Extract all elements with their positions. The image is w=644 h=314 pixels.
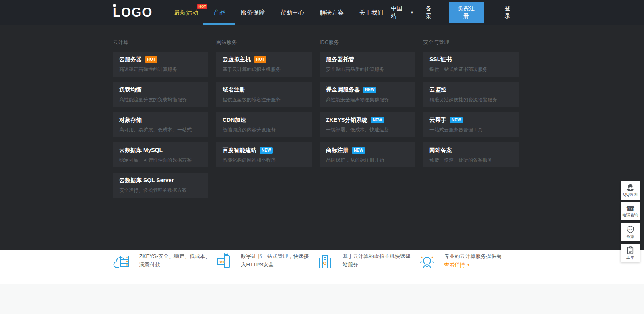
main-nav: 最新活动 HOT 产品 服务保障 帮助中心 解决方案 关于我们 xyxy=(166,0,391,25)
region-selector[interactable]: 中国站 ▼ xyxy=(391,5,414,20)
nav-item-about-us[interactable]: 关于我们 xyxy=(351,0,391,25)
menu-item-badge: HOT xyxy=(254,56,266,63)
feature-zkeys: ZKEYS-安全、稳定、低成本、满意付款 xyxy=(113,252,215,270)
menu-item-desc: 基于云计算的虚拟主机服务 xyxy=(223,66,305,73)
menu-item-title: 对象存储 xyxy=(119,116,142,124)
menu-column-items: 云服务器 HOT 高速稳定高弹性的计算服务 负载均衡 高性能流量分发的负载均衡服… xyxy=(113,52,208,198)
menu-item-badge: HOT xyxy=(145,56,157,63)
svg-text:SSL: SSL xyxy=(219,260,226,264)
menu-item-card[interactable]: 服务器托管 安全贴心高品质的托管服务 xyxy=(320,52,415,77)
region-label: 中国站 xyxy=(391,5,407,20)
feature-provider: 专业的云计算服务提供商 查看详情 > xyxy=(418,252,520,270)
menu-item-card[interactable]: 云虚拟主机 HOT 基于云计算的虚拟主机服务 xyxy=(216,52,312,77)
beian-link[interactable]: 备案 xyxy=(426,5,437,20)
nav-item-latest-activity[interactable]: 最新活动 HOT xyxy=(166,0,206,25)
menu-item-title: 域名注册 xyxy=(223,86,245,94)
menu-item-desc: 高性能安全隔离物理集群服务 xyxy=(326,96,409,103)
nav-item-help-center[interactable]: 帮助中心 xyxy=(272,0,312,25)
navbar-right: 中国站 ▼ 备案 免费注册 登录 xyxy=(391,2,519,23)
menu-column-header: 安全与管理 xyxy=(423,39,519,46)
nav-item-label: 最新活动 xyxy=(174,9,198,17)
site-builder-icon xyxy=(316,253,334,270)
menu-item-card[interactable]: 对象存储 高可用、易扩展、低成本、一站式 xyxy=(113,112,208,137)
menu-column-items: 服务器托管 安全贴心高品质的托管服务 裸金属服务器 NEW 高性能安全隔离物理集… xyxy=(320,52,415,167)
menu-column: 安全与管理 SSL证书 提供一站式的证书部署服务 云监控 精准灵活超便捷的资源预… xyxy=(423,39,519,203)
menu-item-badge: NEW xyxy=(363,87,376,93)
feature-text: 基于云计算的虚拟主机快速建站服务 xyxy=(343,252,414,269)
float-button-label: 电话咨询 xyxy=(622,212,638,218)
menu-item-title: 云监控 xyxy=(429,86,446,94)
menu-item-card[interactable]: 云数据库 SQL Server 安全运行、轻松管理的数据方案 xyxy=(113,173,208,198)
work-order-button[interactable]: 工单 xyxy=(621,244,640,262)
menu-column-items: SSL证书 提供一站式的证书部署服务 云监控 精准灵活超便捷的资源预警服务 云帮… xyxy=(423,52,519,167)
cloud-server-icon xyxy=(113,253,131,270)
menu-item-title: 网站备案 xyxy=(429,147,452,154)
menu-item-card[interactable]: 云监控 精准灵活超便捷的资源预警服务 xyxy=(423,82,519,107)
menu-column-items: 云虚拟主机 HOT 基于云计算的虚拟主机服务 域名注册 提供五星级的域名注册服务… xyxy=(216,52,312,167)
nav-item-label: 帮助中心 xyxy=(280,9,304,17)
float-button-label: 工单 xyxy=(626,255,634,260)
menu-item-card[interactable]: 网站备案 免费、快速、便捷的备案服务 xyxy=(423,142,519,167)
menu-item-title: 云服务器 xyxy=(119,56,142,63)
menu-item-card[interactable]: 负载均衡 高性能流量分发的负载均衡服务 xyxy=(113,82,208,107)
menu-item-badge: NEW xyxy=(371,117,384,123)
qq-icon xyxy=(626,183,634,191)
menu-item-desc: 智能化构建网站和小程序 xyxy=(223,157,305,164)
nav-item-label: 关于我们 xyxy=(359,9,383,17)
menu-item-title: 负载均衡 xyxy=(119,86,142,94)
nav-item-products[interactable]: 产品 xyxy=(206,0,233,25)
feature-ssl: SSL 数字证书一站式管理，快速接入HTTPS安全 xyxy=(215,252,316,270)
menu-item-desc: 高可用、易扩展、低成本、一站式 xyxy=(119,127,202,133)
menu-item-desc: 安全运行、轻松管理的数据方案 xyxy=(119,187,202,194)
menu-item-badge: NEW xyxy=(450,117,463,123)
menu-item-desc: 稳定可靠、可弹性伸缩的数据方案 xyxy=(119,157,202,164)
page: LOGO 最新活动 HOT 产品 服务保障 帮助中心 解决方案 关于我们 中国站… xyxy=(0,0,644,314)
menu-item-card[interactable]: CDN加速 智能调度的内容分发服务 xyxy=(216,112,312,137)
phone-consult-button[interactable]: ☎ 电话咨询 xyxy=(621,202,640,220)
footer-area xyxy=(0,284,644,314)
products-mega-menu: 云计算 云服务器 HOT 高速稳定高弹性的计算服务 负载均衡 高性能流量分发的负… xyxy=(0,25,644,250)
ssl-cert-icon: SSL xyxy=(215,253,233,270)
view-details-link[interactable]: 查看详情 > xyxy=(444,262,470,269)
nav-item-label: 服务保障 xyxy=(241,9,265,17)
menu-column: IDC服务 服务器托管 安全贴心高品质的托管服务 裸金属服务器 NEW 高性能安… xyxy=(320,39,415,203)
menu-item-card[interactable]: 云服务器 HOT 高速稳定高弹性的计算服务 xyxy=(113,52,208,77)
icp-beian-button[interactable]: ICP 备案 xyxy=(621,223,640,241)
menu-item-card[interactable]: 商标注册 NEW 品牌保护，从商标注册开始 xyxy=(320,142,415,167)
menu-item-title: 云帮手 xyxy=(429,116,446,124)
menu-item-title: 云虚拟主机 xyxy=(223,56,251,63)
site-logo[interactable]: LOGO xyxy=(113,0,153,25)
menu-item-card[interactable]: ZKEYS分销系统 NEW 一键部署、低成本、快速运营 xyxy=(320,112,415,137)
menu-column-header: 云计算 xyxy=(113,39,208,46)
menu-column: 网站服务 云虚拟主机 HOT 基于云计算的虚拟主机服务 域名注册 提供五星级的域… xyxy=(216,39,312,203)
menu-item-card[interactable]: 云帮手 NEW 一站式云服务器管理工具 xyxy=(423,112,519,137)
menu-item-desc: 高性能流量分发的负载均衡服务 xyxy=(119,96,202,103)
menu-item-desc: 精准灵活超便捷的资源预警服务 xyxy=(429,96,512,103)
menu-item-card[interactable]: 云数据库 MySQL 稳定可靠、可弹性伸缩的数据方案 xyxy=(113,142,208,167)
nav-item-service-guarantee[interactable]: 服务保障 xyxy=(233,0,272,25)
feature-band: ZKEYS-安全、稳定、低成本、满意付款 SSL 数字证书一站式管理，快速接入H… xyxy=(0,250,644,284)
feature-text: ZKEYS-安全、稳定、低成本、满意付款 xyxy=(139,252,211,269)
menu-item-card[interactable]: SSL证书 提供一站式的证书部署服务 xyxy=(423,52,519,77)
float-button-label: 备案 xyxy=(626,234,634,239)
phone-icon: ☎ xyxy=(626,205,634,212)
menu-item-badge: NEW xyxy=(260,147,273,154)
login-button[interactable]: 登录 xyxy=(496,2,520,23)
menu-item-card[interactable]: 百度智能建站 NEW 智能化构建网站和小程序 xyxy=(216,142,312,167)
feature-text: 专业的云计算服务提供商 xyxy=(444,252,516,260)
menu-columns: 云计算 云服务器 HOT 高速稳定高弹性的计算服务 负载均衡 高性能流量分发的负… xyxy=(113,39,519,203)
menu-item-desc: 一键部署、低成本、快速运营 xyxy=(326,127,409,133)
menu-column-header: 网站服务 xyxy=(216,39,312,46)
icp-shield-icon: ICP xyxy=(626,225,634,233)
register-button[interactable]: 免费注册 xyxy=(449,2,484,23)
menu-item-card[interactable]: 裸金属服务器 NEW 高性能安全隔离物理集群服务 xyxy=(320,82,415,107)
qq-consult-button[interactable]: QQ咨询 xyxy=(621,181,640,200)
menu-item-card[interactable]: 域名注册 提供五星级的域名注册服务 xyxy=(216,82,312,107)
menu-item-title: CDN加速 xyxy=(223,116,246,124)
menu-item-title: 百度智能建站 xyxy=(223,147,256,154)
sun-icon xyxy=(418,253,436,270)
nav-item-label: 解决方案 xyxy=(320,9,344,17)
menu-item-desc: 智能调度的内容分发服务 xyxy=(223,127,305,133)
nav-item-solutions[interactable]: 解决方案 xyxy=(312,0,351,25)
workorder-icon xyxy=(626,246,634,254)
